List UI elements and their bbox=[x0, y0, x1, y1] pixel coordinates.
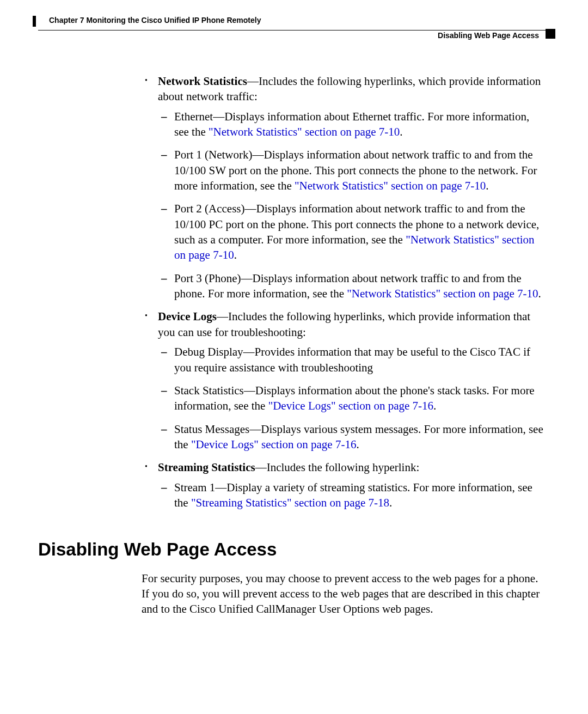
period: . bbox=[356, 438, 359, 451]
bullet-device-logs: Device Logs—Includes the following hyper… bbox=[142, 309, 544, 452]
period: . bbox=[433, 399, 436, 412]
cross-ref-link[interactable]: "Network Statistics" section on page 7-1… bbox=[209, 125, 400, 138]
section-heading: Disabling Web Page Access bbox=[38, 538, 544, 562]
sub-item-port1: Port 1 (Network)—Displays information ab… bbox=[158, 147, 544, 193]
cross-ref-link[interactable]: "Network Statistics" section on page 7-1… bbox=[347, 287, 538, 300]
header-section-label: Disabling Web Page Access bbox=[434, 31, 539, 40]
bullet-title: Device Logs bbox=[158, 310, 217, 323]
header-square-icon bbox=[546, 29, 555, 39]
top-bullet-list: Network Statistics—Includes the followin… bbox=[142, 74, 544, 510]
bullet-network-statistics: Network Statistics—Includes the followin… bbox=[142, 74, 544, 301]
sub-text: Debug Display—Provides information that … bbox=[174, 345, 530, 374]
bullet-streaming-stats: Streaming Statistics—Includes the follow… bbox=[142, 460, 544, 510]
header-mark-icon bbox=[33, 16, 36, 27]
sub-item-port2: Port 2 (Access)—Displays information abo… bbox=[158, 201, 544, 263]
cross-ref-link[interactable]: "Network Statistics" section on page 7-1… bbox=[295, 179, 486, 192]
period: . bbox=[486, 179, 488, 192]
bullet-text: —Includes the following hyperlink: bbox=[255, 461, 420, 474]
header-rule bbox=[38, 30, 555, 30]
sub-item-stream1: Stream 1—Display a variety of streaming … bbox=[158, 480, 544, 511]
cross-ref-link[interactable]: "Streaming Statistics" section on page 7… bbox=[191, 496, 389, 509]
page-header: Chapter 7 Monitoring the Cisco Unified I… bbox=[33, 19, 555, 41]
period: . bbox=[538, 287, 541, 300]
sub-item-status-msgs: Status Messages—Displays various system … bbox=[158, 422, 544, 453]
body-content: Network Statistics—Includes the followin… bbox=[142, 74, 544, 617]
sub-item-stack-stats: Stack Statistics—Displays information ab… bbox=[158, 383, 544, 414]
period: . bbox=[389, 496, 392, 509]
sub-item-port3: Port 3 (Phone)—Displays information abou… bbox=[158, 271, 544, 302]
sub-item-debug: Debug Display—Provides information that … bbox=[158, 344, 544, 375]
chapter-label: Chapter 7 Monitoring the Cisco Unified I… bbox=[49, 16, 264, 25]
period: . bbox=[400, 125, 402, 138]
sub-list: Debug Display—Provides information that … bbox=[158, 344, 544, 452]
cross-ref-link[interactable]: "Device Logs" section on page 7-16 bbox=[268, 399, 433, 412]
sub-list: Ethernet—Displays information about Ethe… bbox=[158, 109, 544, 302]
document-page: Chapter 7 Monitoring the Cisco Unified I… bbox=[0, 0, 588, 714]
sub-item-ethernet: Ethernet—Displays information about Ethe… bbox=[158, 109, 544, 140]
bullet-title: Network Statistics bbox=[158, 75, 247, 88]
cross-ref-link[interactable]: "Device Logs" section on page 7-16 bbox=[191, 438, 356, 451]
period: . bbox=[234, 248, 237, 261]
sub-list: Stream 1—Display a variety of streaming … bbox=[158, 480, 544, 511]
bullet-title: Streaming Statistics bbox=[158, 461, 255, 474]
section-paragraph: For security purposes, you may choose to… bbox=[142, 571, 544, 617]
